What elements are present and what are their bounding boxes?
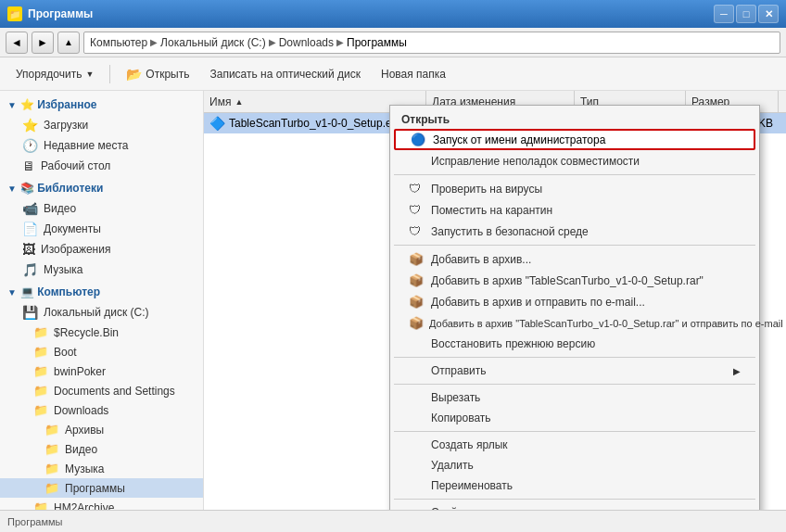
sidebar-item-video2[interactable]: 📁 Видео xyxy=(0,439,203,459)
sidebar-item-downloads-folder[interactable]: 📁 Downloads xyxy=(0,400,203,420)
ctx-quarantine-icon: 🛡 xyxy=(409,203,425,217)
ctx-delete[interactable]: Удалить xyxy=(390,455,759,475)
boot-label: Boot xyxy=(54,346,77,359)
libraries-header[interactable]: ▼ 📚 Библиотеки xyxy=(0,178,203,198)
ctx-add-archive-email[interactable]: 📦 Добавить в архив и отправить по e-mail… xyxy=(390,291,759,312)
path-current[interactable]: Программы xyxy=(347,36,407,49)
ctx-safe-env[interactable]: 🛡 Запустить в безопасной среде xyxy=(390,221,759,242)
ctx-compatibility[interactable]: Исправление неполадок совместимости xyxy=(390,151,759,171)
ctx-add-archive-rar[interactable]: 📦 Добавить в архив "TableScanTurbo_v1-0-… xyxy=(390,270,759,291)
ctx-add-archive[interactable]: 📦 Добавить в архив... xyxy=(390,248,759,270)
ctx-restore-label: Восстановить прежнюю версию xyxy=(431,337,595,350)
ctx-run-as-admin-label: Запуск от имени администратора xyxy=(433,133,605,146)
path-disk[interactable]: Локальный диск (C:) xyxy=(160,36,266,49)
sidebar-item-local-disk[interactable]: 💾 Локальный диск (C:) xyxy=(0,302,203,323)
sidebar-item-music[interactable]: 🎵 Музыка xyxy=(0,260,203,280)
video-label: Видео xyxy=(44,202,76,215)
sidebar-section-computer: ▼ 💻 Компьютер 💾 Локальный диск (C:) 📁 $R… xyxy=(0,282,203,510)
images-label: Изображения xyxy=(41,243,110,256)
address-path[interactable]: Компьютер ▶ Локальный диск (C:) ▶ Downlo… xyxy=(83,32,780,54)
music2-icon: 📁 xyxy=(44,462,59,475)
ctx-archive-email-icon: 📦 xyxy=(409,295,425,309)
open-button[interactable]: 📂 Открыть xyxy=(118,61,197,87)
organize-label: Упорядочить xyxy=(16,68,82,81)
ctx-copy[interactable]: Копировать xyxy=(390,408,759,428)
status-bar: Программы xyxy=(0,510,786,532)
ctx-quarantine-label: Поместить на карантин xyxy=(431,204,552,217)
window-title: Программы xyxy=(28,7,93,20)
sidebar-item-hm2archive[interactable]: 📁 HM2Archive xyxy=(0,498,203,510)
favorites-header[interactable]: ▼ ⭐ Избранное xyxy=(0,95,203,115)
hm2archive-icon: 📁 xyxy=(33,500,48,510)
ctx-run-as-admin[interactable]: 🔵 Запуск от имени администратора xyxy=(394,129,755,150)
ctx-safe-env-label: Запустить в безопасной среде xyxy=(431,225,589,238)
downloads-label: Загрузки xyxy=(44,119,88,132)
burn-button[interactable]: Записать на оптический диск xyxy=(201,61,369,87)
sidebar-item-video[interactable]: 📹 Видео xyxy=(0,198,203,219)
ctx-scan-virus[interactable]: 🛡 Проверить на вирусы xyxy=(390,178,759,199)
path-computer[interactable]: Компьютер xyxy=(90,36,147,49)
ctx-add-archive-label: Добавить в архив... xyxy=(431,253,531,266)
ctx-cut-label: Вырезать xyxy=(431,391,480,404)
forward-button[interactable]: ► xyxy=(32,32,54,54)
computer-header[interactable]: ▼ 💻 Компьютер xyxy=(0,282,203,302)
sidebar-item-recycle[interactable]: 📁 $Recycle.Bin xyxy=(0,323,203,342)
downloads-icon: ⭐ xyxy=(22,118,38,133)
title-bar: 📁 Программы ─ □ ✕ xyxy=(0,0,786,28)
images-icon: 🖼 xyxy=(22,242,35,257)
ctx-properties[interactable]: Свойства xyxy=(390,502,759,510)
local-disk-icon: 💾 xyxy=(22,305,38,320)
sidebar-item-downloads[interactable]: ⭐ Загрузки xyxy=(0,115,203,135)
music-icon: 🎵 xyxy=(22,262,38,277)
sidebar-item-archives[interactable]: 📁 Архивы xyxy=(0,420,203,439)
ctx-cut[interactable]: Вырезать xyxy=(390,387,759,408)
sidebar-item-programmy[interactable]: 📁 Программы xyxy=(0,478,203,498)
sidebar-item-docs-settings[interactable]: 📁 Documents and Settings xyxy=(0,381,203,400)
window-controls: ─ □ ✕ xyxy=(714,5,779,23)
ctx-virus-icon: 🛡 xyxy=(409,182,425,196)
ctx-compatibility-label: Исправление неполадок совместимости xyxy=(431,155,640,168)
hm2archive-label: HM2Archive xyxy=(54,501,114,511)
organize-button[interactable]: Упорядочить ▼ xyxy=(7,61,102,87)
back-button[interactable]: ◄ xyxy=(6,32,28,54)
new-folder-label: Новая папка xyxy=(381,68,446,81)
ctx-rename[interactable]: Переименовать xyxy=(390,475,759,496)
sidebar-item-documents[interactable]: 📄 Документы xyxy=(0,219,203,239)
ctx-create-shortcut-label: Создать ярлык xyxy=(431,438,508,451)
ctx-quarantine[interactable]: 🛡 Поместить на карантин xyxy=(390,199,759,221)
sidebar-item-bwinpoker[interactable]: 📁 bwinPoker xyxy=(0,361,203,381)
downloads-folder-label: Downloads xyxy=(54,404,108,417)
burn-label: Записать на оптический диск xyxy=(209,68,361,81)
sidebar-section-libraries: ▼ 📚 Библиотеки 📹 Видео 📄 Документы 🖼 Изо… xyxy=(0,178,203,280)
recycle-icon: 📁 xyxy=(33,325,48,339)
open-label: Открыть xyxy=(146,68,189,81)
video2-label: Видео xyxy=(65,443,97,456)
sidebar-item-boot[interactable]: 📁 Boot xyxy=(0,342,203,361)
video2-icon: 📁 xyxy=(44,442,59,456)
ctx-sendto-arrow-icon: ▶ xyxy=(733,366,741,376)
ctx-restore-version[interactable]: Восстановить прежнюю версию xyxy=(390,334,759,354)
ctx-send-to[interactable]: Отправить ▶ xyxy=(390,361,759,381)
minimize-button[interactable]: ─ xyxy=(714,5,734,23)
ctx-rename-label: Переименовать xyxy=(431,479,513,492)
sidebar-section-favorites: ▼ ⭐ Избранное ⭐ Загрузки 🕐 Недавние мест… xyxy=(0,95,203,176)
context-menu: Открыть 🔵 Запуск от имени администратора… xyxy=(389,105,760,510)
ctx-copy-label: Копировать xyxy=(431,412,491,424)
status-text: Программы xyxy=(7,516,62,527)
sidebar-item-music2[interactable]: 📁 Музыка xyxy=(0,459,203,478)
programmy-icon: 📁 xyxy=(44,481,59,495)
maximize-button[interactable]: □ xyxy=(736,5,756,23)
ctx-sep-3 xyxy=(394,357,755,358)
sidebar-item-recent[interactable]: 🕐 Недавние места xyxy=(0,135,203,156)
sidebar-item-images[interactable]: 🖼 Изображения xyxy=(0,239,203,260)
ctx-add-archive-rar-email[interactable]: 📦 Добавить в архив "TableScanTurbo_v1-0-… xyxy=(390,312,759,334)
ctx-create-shortcut[interactable]: Создать ярлык xyxy=(390,435,759,455)
close-button[interactable]: ✕ xyxy=(758,5,779,23)
up-button[interactable]: ▲ xyxy=(57,32,80,54)
local-disk-label: Локальный диск (C:) xyxy=(44,306,149,319)
new-folder-button[interactable]: Новая папка xyxy=(373,61,454,87)
bwinpoker-icon: 📁 xyxy=(33,364,48,378)
sidebar-item-desktop[interactable]: 🖥 Рабочий стол xyxy=(0,156,203,176)
toolbar: Упорядочить ▼ 📂 Открыть Записать на опти… xyxy=(0,57,786,91)
path-downloads[interactable]: Downloads xyxy=(279,36,334,49)
